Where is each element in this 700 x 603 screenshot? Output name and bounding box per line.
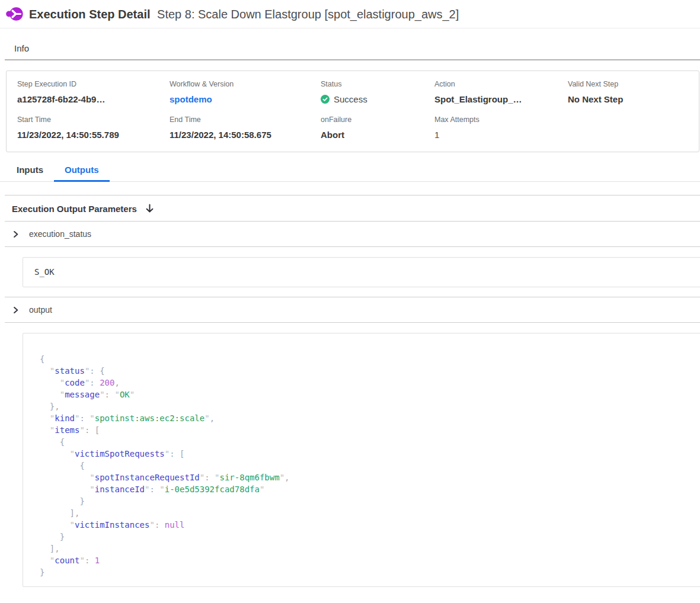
field-start-time: Start Time 11/23/2022, 14:50:55.789 bbox=[17, 115, 170, 141]
field-label: Step Execution ID bbox=[17, 79, 170, 89]
info-card: Step Execution ID a125728f-6b22-4b9… Wor… bbox=[6, 70, 699, 152]
field-max-attempts: Max Attempts 1 bbox=[434, 115, 568, 141]
tab-outputs[interactable]: Outputs bbox=[54, 160, 110, 182]
param-row-output[interactable]: output bbox=[0, 297, 700, 322]
param-row-execution-status[interactable]: execution_status bbox=[0, 222, 700, 246]
field-value: No Next Step bbox=[568, 93, 699, 105]
field-value: Spot_Elastigroup_… bbox=[434, 93, 568, 105]
execution-status-value: S_OK bbox=[34, 267, 55, 277]
field-label: End Time bbox=[170, 115, 321, 125]
output-parameters-title: Execution Output Parameters bbox=[12, 204, 137, 214]
field-value: 11/23/2022, 14:50:58.675 bbox=[170, 129, 321, 141]
field-value: a125728f-6b22-4b9… bbox=[17, 93, 170, 105]
execution-status-value-box: S_OK bbox=[23, 257, 700, 287]
chevron-right-icon bbox=[12, 306, 20, 314]
param-name: execution_status bbox=[29, 229, 91, 239]
resolve-logo-icon bbox=[6, 5, 23, 23]
field-label: Action bbox=[434, 79, 568, 89]
section-divider bbox=[5, 246, 700, 247]
section-divider bbox=[5, 322, 700, 323]
field-end-time: End Time 11/23/2022, 14:50:58.675 bbox=[170, 115, 321, 141]
field-label: Workflow & Version bbox=[170, 79, 321, 89]
field-valid-next-step: Valid Next Step No Next Step bbox=[568, 79, 699, 105]
field-status: Status Success bbox=[321, 79, 434, 105]
field-label: Valid Next Step bbox=[568, 79, 699, 89]
field-value: 1 bbox=[434, 129, 568, 141]
field-step-execution-id: Step Execution ID a125728f-6b22-4b9… bbox=[17, 79, 170, 105]
info-divider bbox=[5, 59, 700, 60]
tabs-divider bbox=[5, 195, 700, 195]
field-label: Max Attempts bbox=[434, 115, 568, 125]
field-onfailure: onFailure Abort bbox=[321, 115, 434, 141]
output-json-value: { "status": { "code": 200, "message": "O… bbox=[40, 353, 700, 578]
field-value: Abort bbox=[321, 129, 434, 141]
field-label: Start Time bbox=[17, 115, 170, 125]
io-tabbar: Inputs Outputs bbox=[0, 160, 700, 182]
output-parameters-header: Execution Output Parameters bbox=[12, 204, 700, 214]
page-title: Execution Step Detail Step 8: Scale Down… bbox=[29, 7, 459, 22]
top-bar: Execution Step Detail Step 8: Scale Down… bbox=[0, 0, 700, 28]
workflow-link[interactable]: spotdemo bbox=[170, 93, 321, 105]
success-check-icon bbox=[321, 95, 330, 104]
status-badge: Success bbox=[334, 93, 367, 105]
output-json-box: { "status": { "code": 200, "message": "O… bbox=[23, 333, 700, 587]
download-arrow-icon[interactable] bbox=[145, 204, 154, 214]
page-title-step: Step 8: Scale Down Elastgroup [spot_elas… bbox=[157, 8, 459, 21]
field-value: 11/23/2022, 14:50:55.789 bbox=[17, 129, 170, 141]
chevron-right-icon bbox=[12, 230, 20, 238]
field-workflow-version: Workflow & Version spotdemo bbox=[170, 79, 321, 105]
field-label: Status bbox=[321, 79, 434, 89]
field-action: Action Spot_Elastigroup_… bbox=[434, 79, 568, 105]
field-label: onFailure bbox=[321, 115, 434, 125]
param-name: output bbox=[29, 305, 52, 315]
page-title-main: Execution Step Detail bbox=[29, 8, 151, 21]
tab-inputs[interactable]: Inputs bbox=[6, 160, 54, 182]
info-heading: Info bbox=[14, 43, 700, 54]
